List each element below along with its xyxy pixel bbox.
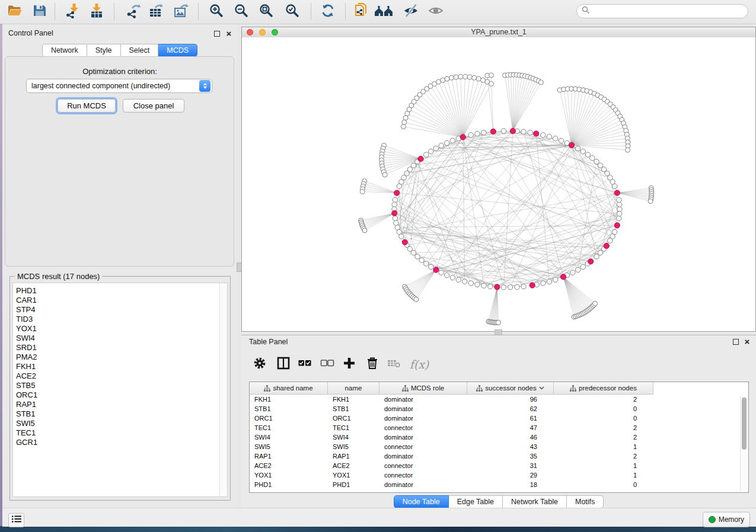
network-node[interactable]: [547, 279, 551, 284]
mcds-node[interactable]: [392, 210, 397, 216]
network-node[interactable]: [444, 140, 449, 145]
mcds-node[interactable]: [490, 129, 496, 134]
network-node[interactable]: [382, 172, 387, 177]
close-panel-button[interactable]: Close panel: [123, 99, 184, 113]
network-node[interactable]: [415, 254, 420, 259]
list-item[interactable]: STB1: [13, 409, 227, 419]
network-node[interactable]: [559, 138, 564, 143]
share-document-button[interactable]: [351, 2, 371, 21]
network-node[interactable]: [411, 251, 416, 255]
refresh-button[interactable]: [318, 2, 338, 21]
network-node[interactable]: [576, 267, 580, 272]
network-node[interactable]: [570, 270, 575, 275]
network-node[interactable]: [617, 211, 622, 216]
table-row[interactable]: STB1STB1dominator620: [250, 404, 748, 414]
houses-button[interactable]: [374, 2, 394, 21]
network-node[interactable]: [648, 199, 653, 204]
network-node[interactable]: [424, 261, 429, 266]
network-node[interactable]: [407, 246, 412, 251]
delete-button[interactable]: [363, 355, 381, 373]
tab-node-table[interactable]: Node Table: [394, 495, 449, 508]
network-node[interactable]: [360, 190, 365, 194]
column-header-name[interactable]: name: [328, 382, 379, 394]
table-row[interactable]: TEC1TEC1connector472: [250, 423, 748, 432]
network-node[interactable]: [593, 301, 598, 306]
tab-edge-table[interactable]: Edge Table: [449, 495, 503, 508]
network-node[interactable]: [424, 152, 429, 157]
open-file-button[interactable]: [5, 2, 25, 21]
mcds-node[interactable]: [588, 259, 594, 264]
network-node[interactable]: [538, 80, 543, 85]
search-input[interactable]: [590, 7, 748, 16]
mcds-node[interactable]: [529, 283, 535, 288]
network-node[interactable]: [419, 258, 424, 262]
network-node[interactable]: [450, 138, 455, 143]
import-network-button[interactable]: [63, 2, 83, 21]
network-node[interactable]: [481, 130, 486, 135]
network-node[interactable]: [488, 284, 493, 289]
network-node[interactable]: [598, 163, 602, 168]
network-node[interactable]: [433, 146, 438, 150]
network-node[interactable]: [489, 73, 494, 78]
network-node[interactable]: [553, 277, 558, 282]
table-row[interactable]: SWI4SWI4dominator462: [250, 432, 748, 442]
network-node[interactable]: [481, 283, 486, 288]
network-node[interactable]: [394, 220, 398, 225]
control-panel-float-button[interactable]: [212, 29, 222, 39]
column-header-predecessor-nodes[interactable]: predecessor nodes: [554, 382, 653, 394]
mcds-node[interactable]: [510, 129, 515, 134]
mcds-node[interactable]: [433, 267, 439, 273]
network-node[interactable]: [585, 152, 590, 157]
table-row[interactable]: SWI5SWI5connector431: [250, 442, 748, 451]
export-table-button[interactable]: [146, 2, 166, 21]
list-item[interactable]: ORC1: [13, 390, 227, 400]
network-node[interactable]: [402, 120, 407, 124]
network-node[interactable]: [553, 136, 558, 141]
list-item[interactable]: FKH1: [13, 362, 227, 371]
export-network-button[interactable]: [123, 2, 143, 21]
network-node[interactable]: [429, 264, 433, 269]
network-node[interactable]: [515, 284, 519, 289]
zoom-in-button[interactable]: [206, 2, 227, 21]
network-node[interactable]: [441, 78, 445, 82]
list-item[interactable]: TEC1: [13, 428, 227, 438]
table-panel-float-button[interactable]: [731, 337, 741, 347]
table-settings-button[interactable]: [251, 355, 269, 373]
network-node[interactable]: [450, 275, 455, 280]
network-node[interactable]: [462, 279, 467, 284]
network-node[interactable]: [617, 197, 621, 202]
tab-mcds[interactable]: MCDS: [158, 44, 197, 57]
hide-annotations-button[interactable]: [401, 2, 421, 21]
function-builder-button[interactable]: f(x): [407, 355, 431, 373]
network-node[interactable]: [598, 251, 602, 255]
network-node[interactable]: [401, 124, 406, 129]
list-item[interactable]: SWI5: [13, 419, 227, 428]
network-node[interactable]: [528, 130, 532, 135]
network-node[interactable]: [590, 156, 595, 161]
list-item[interactable]: YOX1: [13, 324, 227, 334]
table-row[interactable]: RAP1RAP1dominator352: [250, 451, 748, 461]
network-node[interactable]: [501, 285, 506, 290]
mcds-node[interactable]: [495, 284, 500, 290]
mcds-node[interactable]: [418, 156, 423, 162]
show-panels-button[interactable]: [8, 513, 24, 527]
mcds-node[interactable]: [569, 142, 574, 148]
table-row[interactable]: PHD1PHD1dominator180: [250, 480, 748, 489]
list-item[interactable]: SWI4: [13, 334, 227, 343]
list-item[interactable]: PHD1: [13, 286, 227, 296]
column-header-shared-name[interactable]: shared name: [250, 382, 328, 394]
network-node[interactable]: [541, 281, 546, 286]
network-node[interactable]: [475, 282, 480, 287]
network-node[interactable]: [458, 75, 463, 79]
table-row[interactable]: YOX1YOX1connector291: [250, 470, 748, 480]
network-node[interactable]: [444, 273, 449, 277]
network-node[interactable]: [626, 148, 630, 152]
network-window-titlebar[interactable]: YPA_prune.txt_1: [242, 27, 755, 38]
network-node[interactable]: [362, 228, 367, 233]
mcds-node[interactable]: [534, 131, 539, 136]
network-node[interactable]: [393, 197, 397, 202]
list-item[interactable]: GCR1: [13, 438, 227, 447]
network-graph-svg[interactable]: [242, 37, 755, 331]
control-panel-close-button[interactable]: ×: [224, 29, 234, 39]
list-item[interactable]: TID3: [13, 315, 227, 324]
